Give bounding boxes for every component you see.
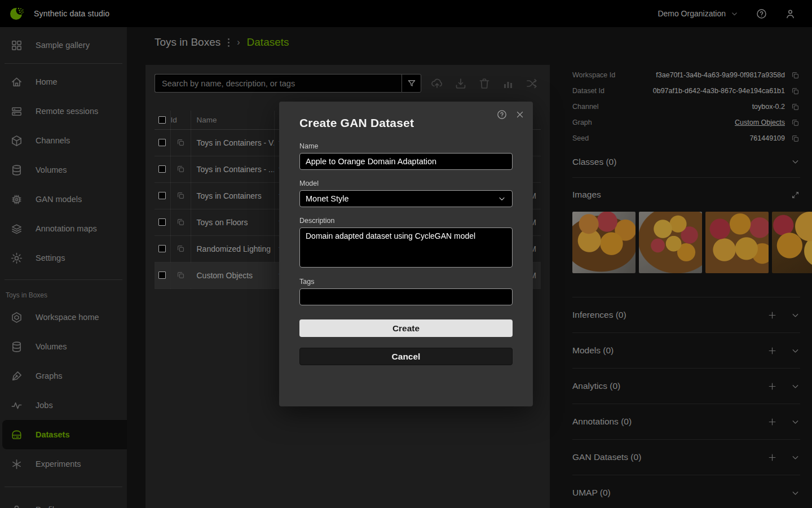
description-field[interactable]: Domain adapted dataset using CycleGAN mo… <box>299 227 513 268</box>
close-icon[interactable] <box>515 110 525 120</box>
model-select[interactable]: Monet Style <box>299 190 513 207</box>
description-label: Description <box>299 217 513 225</box>
tags-field[interactable] <box>299 288 513 305</box>
model-select-value: Monet Style <box>306 194 349 203</box>
name-field[interactable] <box>299 153 513 170</box>
help-icon[interactable] <box>496 109 508 120</box>
create-gan-dataset-modal: Create GAN Dataset Name Model Monet Styl… <box>279 102 533 406</box>
create-button[interactable]: Create <box>299 319 513 337</box>
name-label: Name <box>299 142 513 150</box>
tags-label: Tags <box>299 278 513 286</box>
chevron-down-icon <box>497 194 506 203</box>
modal-title: Create GAN Dataset <box>299 116 513 130</box>
cancel-button[interactable]: Cancel <box>299 348 513 365</box>
model-label: Model <box>299 179 513 187</box>
